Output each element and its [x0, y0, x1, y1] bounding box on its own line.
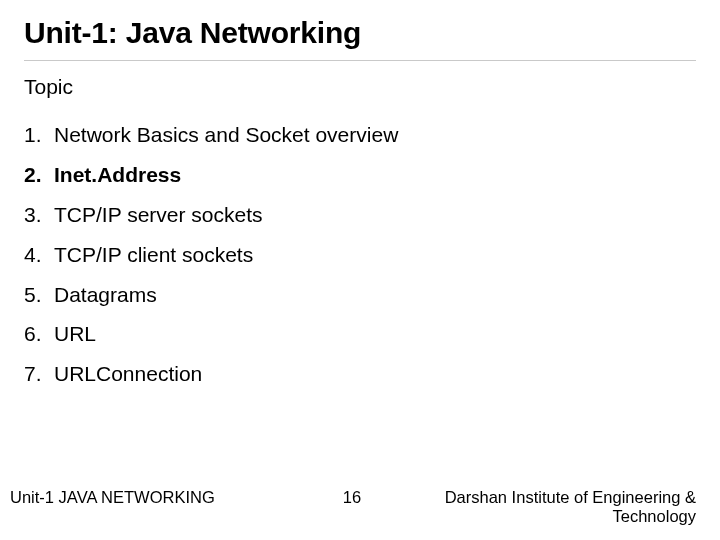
slide: Unit-1: Java Networking Topic 1. Network…	[0, 0, 720, 540]
topic-text: URL	[54, 314, 96, 354]
topic-number: 3.	[24, 195, 54, 235]
footer-right: Darshan Institute of Engineering & Techn…	[361, 488, 696, 526]
list-item: 3. TCP/IP server sockets	[24, 195, 696, 235]
topic-text: Network Basics and Socket overview	[54, 115, 398, 155]
list-item: 2. Inet.Address	[24, 155, 696, 195]
topic-number: 5.	[24, 275, 54, 315]
list-item: 4. TCP/IP client sockets	[24, 235, 696, 275]
footer-left: Unit-1 JAVA NETWORKING	[10, 488, 215, 507]
topic-number: 6.	[24, 314, 54, 354]
topic-text: TCP/IP server sockets	[54, 195, 263, 235]
topic-number: 2.	[24, 155, 54, 195]
topic-number: 4.	[24, 235, 54, 275]
footer: Unit-1 JAVA NETWORKING 16 Darshan Instit…	[0, 488, 720, 526]
topic-number: 1.	[24, 115, 54, 155]
topic-list: 1. Network Basics and Socket overview 2.…	[24, 115, 696, 394]
page-number: 16	[343, 488, 361, 507]
list-item: 7. URLConnection	[24, 354, 696, 394]
topic-number: 7.	[24, 354, 54, 394]
page-title: Unit-1: Java Networking	[24, 16, 696, 61]
list-item: 6. URL	[24, 314, 696, 354]
list-item: 5. Datagrams	[24, 275, 696, 315]
topic-text: TCP/IP client sockets	[54, 235, 253, 275]
topic-text: Datagrams	[54, 275, 157, 315]
list-item: 1. Network Basics and Socket overview	[24, 115, 696, 155]
topic-text: Inet.Address	[54, 155, 181, 195]
section-label: Topic	[24, 75, 696, 99]
topic-text: URLConnection	[54, 354, 202, 394]
